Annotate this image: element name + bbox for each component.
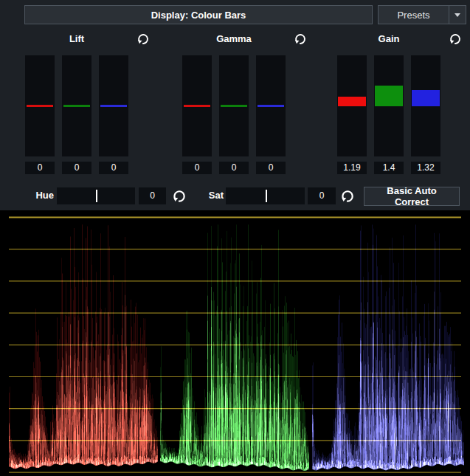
slider-handle[interactable] — [258, 105, 284, 107]
colour-correction-panel: Display: Colour Bars Presets Lift 0 0 0 … — [0, 0, 470, 210]
sat-slider-handle[interactable] — [266, 190, 267, 202]
slider-handle[interactable] — [27, 105, 53, 107]
lift-green-slider[interactable] — [62, 55, 91, 156]
gain-reset-icon[interactable] — [449, 32, 462, 46]
chevron-down-icon[interactable] — [449, 6, 466, 24]
lift-green-value[interactable]: 0 — [62, 162, 91, 174]
sat-slider[interactable] — [226, 187, 305, 204]
gain-blue-slider[interactable] — [411, 55, 440, 156]
presets-label: Presets — [379, 6, 449, 24]
slider-handle[interactable] — [63, 105, 90, 107]
display-mode-button[interactable]: Display: Colour Bars — [24, 5, 373, 24]
sat-value[interactable]: 0 — [308, 187, 336, 204]
sat-label: Sat — [201, 190, 224, 201]
hue-slider-handle[interactable] — [96, 190, 97, 202]
hue-slider[interactable] — [57, 187, 135, 204]
gamma-red-slider[interactable] — [182, 55, 212, 156]
gain-red-value[interactable]: 1.19 — [337, 162, 367, 174]
lift-blue-value[interactable]: 0 — [99, 162, 128, 174]
slider-handle[interactable] — [184, 105, 210, 107]
basic-auto-correct-button[interactable]: Basic Auto Correct — [364, 187, 460, 206]
gain-green-value[interactable]: 1.4 — [374, 162, 404, 174]
colour-correction-window: Display: Colour Bars Presets Lift 0 0 0 … — [0, 0, 470, 476]
lift-blue-slider[interactable] — [99, 55, 128, 156]
slider-handle[interactable] — [221, 105, 247, 107]
lift-red-slider[interactable] — [25, 55, 55, 156]
lift-section-title: Lift — [25, 33, 128, 45]
gamma-blue-value[interactable]: 0 — [256, 162, 286, 174]
presets-dropdown[interactable]: Presets — [378, 5, 466, 24]
slider-handle[interactable] — [412, 90, 440, 106]
gamma-blue-slider[interactable] — [256, 55, 286, 156]
lift-reset-icon[interactable] — [136, 32, 150, 46]
gain-green-slider[interactable] — [374, 55, 404, 156]
gain-red-slider[interactable] — [337, 55, 367, 156]
slider-handle[interactable] — [375, 86, 403, 106]
gamma-section-title: Gamma — [182, 33, 286, 45]
gain-section-title: Gain — [337, 33, 440, 45]
gamma-green-value[interactable]: 0 — [219, 162, 249, 174]
hue-value[interactable]: 0 — [139, 187, 166, 204]
slider-handle[interactable] — [338, 97, 366, 106]
sat-reset-icon[interactable] — [340, 189, 355, 204]
slider-handle[interactable] — [100, 105, 127, 107]
lift-red-value[interactable]: 0 — [25, 162, 55, 174]
gamma-red-value[interactable]: 0 — [182, 162, 212, 174]
hue-reset-icon[interactable] — [172, 189, 187, 204]
gamma-reset-icon[interactable] — [294, 32, 307, 46]
gain-blue-value[interactable]: 1.32 — [411, 162, 440, 174]
hue-label: Hue — [28, 190, 54, 201]
rgb-parade-waveform-scope — [0, 210, 470, 476]
gamma-green-slider[interactable] — [219, 55, 249, 156]
